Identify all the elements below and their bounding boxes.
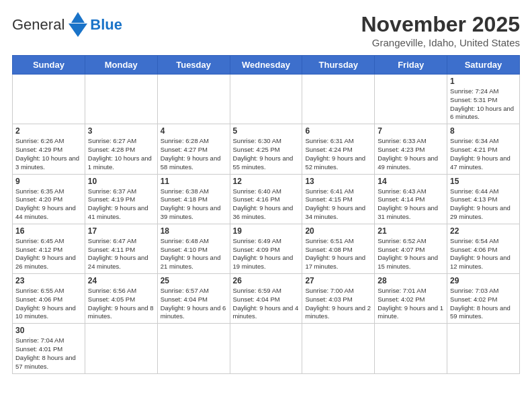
title-area: November 2025 Grangeville, Idaho, United…	[361, 12, 520, 48]
calendar-cell	[85, 324, 157, 373]
logo-text-blue: Blue	[90, 16, 122, 34]
day-number: 28	[378, 276, 444, 285]
day-info: Sunrise: 6:30 AM Sunset: 4:25 PM Dayligh…	[233, 137, 300, 171]
day-number: 25	[161, 276, 227, 285]
day-info: Sunrise: 7:24 AM Sunset: 5:31 PM Dayligh…	[450, 87, 517, 122]
calendar-cell: 17Sunrise: 6:47 AM Sunset: 4:11 PM Dayli…	[85, 224, 157, 273]
day-info: Sunrise: 6:38 AM Sunset: 4:18 PM Dayligh…	[161, 187, 227, 222]
calendar-cell	[230, 324, 302, 373]
day-number: 11	[161, 177, 227, 186]
calendar-cell: 29Sunrise: 7:03 AM Sunset: 4:02 PM Dayli…	[447, 274, 520, 324]
day-info: Sunrise: 6:40 AM Sunset: 4:16 PM Dayligh…	[233, 187, 300, 222]
calendar-week-row-4: 16Sunrise: 6:45 AM Sunset: 4:12 PM Dayli…	[13, 224, 520, 273]
main-title: November 2025	[361, 12, 520, 37]
day-info: Sunrise: 6:26 AM Sunset: 4:29 PM Dayligh…	[15, 137, 82, 171]
day-number: 13	[305, 177, 371, 186]
day-number: 3	[88, 126, 154, 136]
day-number: 2	[15, 126, 82, 136]
day-number: 1	[450, 77, 517, 86]
calendar-cell: 12Sunrise: 6:40 AM Sunset: 4:16 PM Dayli…	[230, 174, 302, 224]
day-info: Sunrise: 6:54 AM Sunset: 4:06 PM Dayligh…	[450, 237, 517, 271]
calendar-cell: 28Sunrise: 7:01 AM Sunset: 4:02 PM Dayli…	[375, 274, 447, 324]
header-wednesday: Wednesday	[230, 56, 302, 75]
calendar-cell	[447, 324, 520, 373]
day-number: 15	[450, 177, 517, 186]
day-number: 7	[378, 126, 444, 136]
calendar-cell: 2Sunrise: 6:26 AM Sunset: 4:29 PM Daylig…	[13, 124, 85, 174]
logo: General Blue	[12, 12, 122, 37]
calendar-cell	[85, 75, 157, 124]
logo-area: General Blue	[12, 12, 122, 37]
day-number: 17	[88, 226, 154, 236]
calendar-cell: 11Sunrise: 6:38 AM Sunset: 4:18 PM Dayli…	[157, 174, 230, 224]
day-info: Sunrise: 6:43 AM Sunset: 4:14 PM Dayligh…	[378, 187, 444, 222]
calendar-cell	[375, 324, 447, 373]
day-number: 30	[15, 326, 82, 335]
day-number: 12	[233, 177, 300, 186]
day-info: Sunrise: 7:04 AM Sunset: 4:01 PM Dayligh…	[15, 336, 82, 371]
calendar-cell	[157, 324, 230, 373]
calendar-cell	[13, 75, 85, 124]
day-number: 24	[88, 276, 154, 285]
day-info: Sunrise: 6:31 AM Sunset: 4:24 PM Dayligh…	[305, 137, 371, 171]
header-monday: Monday	[85, 56, 157, 75]
calendar: Sunday Monday Tuesday Wednesday Thursday…	[12, 55, 520, 374]
calendar-cell: 22Sunrise: 6:54 AM Sunset: 4:06 PM Dayli…	[447, 224, 520, 273]
calendar-cell: 24Sunrise: 6:56 AM Sunset: 4:05 PM Dayli…	[85, 274, 157, 324]
day-number: 14	[378, 177, 444, 186]
calendar-cell: 8Sunrise: 6:34 AM Sunset: 4:21 PM Daylig…	[447, 124, 520, 174]
day-number: 8	[450, 126, 517, 136]
day-info: Sunrise: 6:56 AM Sunset: 4:05 PM Dayligh…	[88, 287, 154, 321]
calendar-cell: 4Sunrise: 6:28 AM Sunset: 4:27 PM Daylig…	[157, 124, 230, 174]
header-friday: Friday	[375, 56, 447, 75]
calendar-week-row-6: 30Sunrise: 7:04 AM Sunset: 4:01 PM Dayli…	[13, 324, 520, 373]
calendar-week-row-2: 2Sunrise: 6:26 AM Sunset: 4:29 PM Daylig…	[13, 124, 520, 174]
calendar-cell: 19Sunrise: 6:49 AM Sunset: 4:09 PM Dayli…	[230, 224, 302, 273]
day-info: Sunrise: 6:35 AM Sunset: 4:20 PM Dayligh…	[15, 187, 82, 222]
day-number: 6	[305, 126, 371, 136]
day-info: Sunrise: 6:59 AM Sunset: 4:04 PM Dayligh…	[233, 287, 300, 321]
day-info: Sunrise: 6:27 AM Sunset: 4:28 PM Dayligh…	[88, 137, 154, 171]
day-info: Sunrise: 6:51 AM Sunset: 4:08 PM Dayligh…	[305, 237, 371, 271]
calendar-cell: 21Sunrise: 6:52 AM Sunset: 4:07 PM Dayli…	[375, 224, 447, 273]
calendar-cell: 3Sunrise: 6:27 AM Sunset: 4:28 PM Daylig…	[85, 124, 157, 174]
day-number: 29	[450, 276, 517, 285]
calendar-cell: 6Sunrise: 6:31 AM Sunset: 4:24 PM Daylig…	[302, 124, 375, 174]
calendar-week-row-5: 23Sunrise: 6:55 AM Sunset: 4:06 PM Dayli…	[13, 274, 520, 324]
day-number: 18	[161, 226, 227, 236]
calendar-cell: 30Sunrise: 7:04 AM Sunset: 4:01 PM Dayli…	[13, 324, 85, 373]
day-info: Sunrise: 6:37 AM Sunset: 4:19 PM Dayligh…	[88, 187, 154, 222]
day-number: 23	[15, 276, 82, 285]
day-number: 10	[88, 177, 154, 186]
day-info: Sunrise: 6:48 AM Sunset: 4:10 PM Dayligh…	[161, 237, 227, 271]
header-saturday: Saturday	[447, 56, 520, 75]
calendar-cell: 26Sunrise: 6:59 AM Sunset: 4:04 PM Dayli…	[230, 274, 302, 324]
day-info: Sunrise: 6:28 AM Sunset: 4:27 PM Dayligh…	[161, 137, 227, 171]
day-info: Sunrise: 6:33 AM Sunset: 4:23 PM Dayligh…	[378, 137, 444, 171]
day-number: 22	[450, 226, 517, 236]
calendar-cell: 13Sunrise: 6:41 AM Sunset: 4:15 PM Dayli…	[302, 174, 375, 224]
calendar-cell: 16Sunrise: 6:45 AM Sunset: 4:12 PM Dayli…	[13, 224, 85, 273]
calendar-cell: 10Sunrise: 6:37 AM Sunset: 4:19 PM Dayli…	[85, 174, 157, 224]
calendar-cell	[302, 324, 375, 373]
header-area: General Blue November 2025 Grangeville, …	[12, 12, 520, 48]
calendar-cell	[375, 75, 447, 124]
day-number: 27	[305, 276, 371, 285]
day-number: 16	[15, 226, 82, 236]
day-info: Sunrise: 6:41 AM Sunset: 4:15 PM Dayligh…	[305, 187, 371, 222]
day-number: 4	[161, 126, 227, 136]
calendar-cell: 15Sunrise: 6:44 AM Sunset: 4:13 PM Dayli…	[447, 174, 520, 224]
calendar-cell: 25Sunrise: 6:57 AM Sunset: 4:04 PM Dayli…	[157, 274, 230, 324]
day-info: Sunrise: 6:45 AM Sunset: 4:12 PM Dayligh…	[15, 237, 82, 271]
day-number: 5	[233, 126, 300, 136]
day-info: Sunrise: 6:49 AM Sunset: 4:09 PM Dayligh…	[233, 237, 300, 271]
day-number: 9	[15, 177, 82, 186]
calendar-cell: 5Sunrise: 6:30 AM Sunset: 4:25 PM Daylig…	[230, 124, 302, 174]
logo-triangle-top	[71, 12, 85, 23]
calendar-cell: 18Sunrise: 6:48 AM Sunset: 4:10 PM Dayli…	[157, 224, 230, 273]
day-number: 26	[233, 276, 300, 285]
day-number: 19	[233, 226, 300, 236]
header-tuesday: Tuesday	[157, 56, 230, 75]
logo-triangle-bottom	[69, 24, 87, 37]
header-sunday: Sunday	[13, 56, 85, 75]
